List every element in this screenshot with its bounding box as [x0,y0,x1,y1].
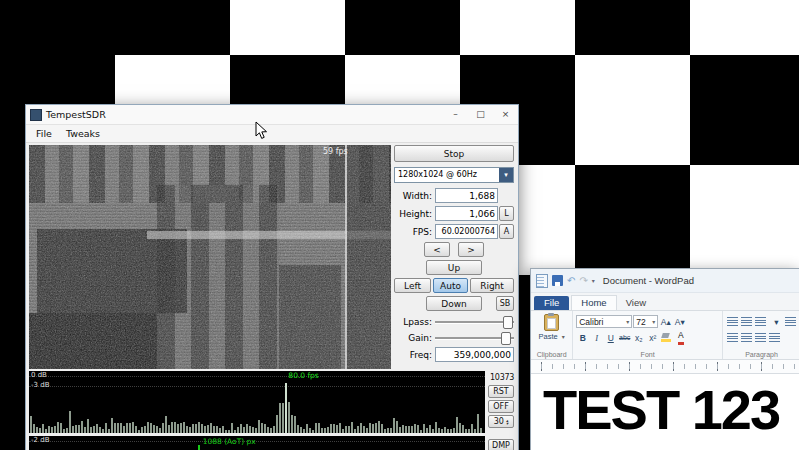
gain-slider-thumb[interactable] [501,332,511,345]
menu-file[interactable]: File [29,128,59,139]
db-label-0: 0 dB [31,371,47,379]
document-text: TEST 123 [543,382,799,438]
tab-file[interactable]: File [534,296,569,310]
stop-button[interactable]: Stop [394,145,514,162]
down-button[interactable]: Down [426,296,482,311]
line-spacing-icon[interactable] [785,317,796,326]
document-area[interactable]: TEST 123 [531,374,799,450]
step-forward-button[interactable]: > [458,242,484,257]
up-button[interactable]: Up [426,260,482,275]
checker-square [690,0,799,55]
decrease-indent-icon[interactable] [727,317,738,326]
strikethrough-button[interactable]: abc [618,331,631,344]
paste-button[interactable]: Paste ▾ [534,314,569,341]
qat-customize-icon[interactable]: ▾ [592,277,595,284]
tempestsdr-body: 59 fps Stop 1280x1024 @ 60Hz ▾ Width: He… [26,143,518,450]
fps-input[interactable] [435,224,498,239]
minimize-button[interactable]: – [443,105,468,124]
resolution-select[interactable]: 1280x1024 @ 60Hz ▾ [394,167,514,183]
strip-db-label: -2 dB [31,436,49,444]
freq-label: Freq: [394,350,435,360]
left-button[interactable]: Left [394,278,431,293]
highlight-color-icon[interactable] [661,333,672,343]
lpass-slider[interactable] [435,315,514,328]
gridline [29,441,485,442]
sb-button[interactable]: SB [496,296,514,311]
paste-label: Paste [538,332,557,341]
increase-indent-icon[interactable] [741,317,752,326]
ribbon-tabs: File Home View [531,293,799,311]
resolution-value: 1280x1024 @ 60Hz [395,168,499,182]
close-button[interactable]: × [493,105,518,124]
paragraph-group: ▾ Paragraph [723,311,799,359]
spinner-arrows-icon[interactable]: ▴▾ [506,419,508,425]
mouse-cursor [255,121,268,141]
right-button[interactable]: Right [470,278,514,293]
wordpad-title: Document - WordPad [603,275,694,286]
shrink-font-button[interactable]: A▾ [673,315,686,328]
undo-icon[interactable]: ↶ [567,275,575,286]
height-lock-button[interactable]: L [499,206,514,221]
rst-button[interactable]: RST [488,385,514,398]
paragraph-group-label: Paragraph [723,351,799,358]
bullets-icon[interactable] [755,317,766,326]
subscript-button[interactable]: x₂ [632,331,645,344]
fps-spectrum-plot[interactable]: 0 dB -3 dB 80.0 fps [29,371,485,433]
align-right-icon[interactable] [755,333,766,342]
tempestsdr-titlebar[interactable]: TempestSDR – □ × [26,105,518,125]
checker-square [575,55,690,165]
maximize-button[interactable]: □ [468,105,493,124]
chevron-down-icon[interactable]: ▾ [499,168,513,182]
underline-button[interactable]: U [604,331,617,344]
align-left-icon[interactable] [727,333,738,342]
font-name-value: Calibri [579,317,603,327]
tempestsdr-window: TempestSDR – □ × File Tweaks [25,104,519,450]
step-back-button[interactable]: < [424,242,450,257]
auto-button[interactable]: Auto [433,278,468,293]
wordpad-window: ↶ ↷ ▾ Document - WordPad File Home View … [530,268,799,450]
bold-button[interactable]: B [576,331,589,344]
ribbon: Paste ▾ Clipboard Calibri▾ 72▾ A▴ A▾ B I… [531,311,799,360]
height-autocorrelation-plot[interactable]: -2 dB 1088 (AoT) px [29,436,485,450]
freq-input[interactable] [435,347,514,362]
fps-auto-button[interactable]: A [499,224,514,239]
grow-font-button[interactable]: A▴ [659,315,672,328]
off-button[interactable]: OFF [488,400,514,413]
spectrum-side-controls: 10373 RST OFF 30 ▴▾ [488,373,514,430]
tab-view[interactable]: View [617,296,655,310]
clipboard-group-label: Clipboard [531,351,572,358]
gain-label: Gain: [394,333,435,343]
dmp-button[interactable]: DMP [488,439,514,450]
italic-button[interactable]: I [590,331,603,344]
font-size-select[interactable]: 72▾ [633,315,658,328]
video-noise [29,145,391,369]
width-input[interactable] [435,188,498,203]
lpass-slider-thumb[interactable] [503,316,513,329]
height-input[interactable] [435,206,498,221]
menu-tweaks[interactable]: Tweaks [59,128,107,139]
frame-counter: 10373 [488,373,514,382]
height-label: Height: [394,209,435,219]
lpass-slider-track [435,321,514,324]
chevron-down-icon: ▾ [652,318,655,325]
lpass-label: Lpass: [394,317,435,327]
avg-value: 30 [494,417,504,426]
avg-spinner[interactable]: 30 ▴▾ [488,415,514,428]
clipboard-icon [544,314,559,331]
align-center-icon[interactable] [741,333,752,342]
ruler[interactable] [531,360,799,374]
gridline [29,386,485,387]
redo-icon[interactable]: ↷ [579,275,587,286]
font-color-icon[interactable]: A [678,331,684,345]
font-name-select[interactable]: Calibri▾ [576,315,632,328]
save-icon[interactable] [552,275,563,286]
chevron-down-icon[interactable]: ▾ [770,315,783,328]
superscript-button[interactable]: x² [646,331,659,344]
fps-overlay: 59 fps [323,147,348,156]
tab-home[interactable]: Home [571,295,616,310]
clipboard-group: Paste ▾ Clipboard [531,311,573,359]
wordpad-titlebar[interactable]: ↶ ↷ ▾ Document - WordPad [531,269,799,293]
video-display[interactable]: 59 fps [29,145,391,369]
gain-slider[interactable] [435,331,514,344]
align-justify-icon[interactable] [769,333,780,342]
